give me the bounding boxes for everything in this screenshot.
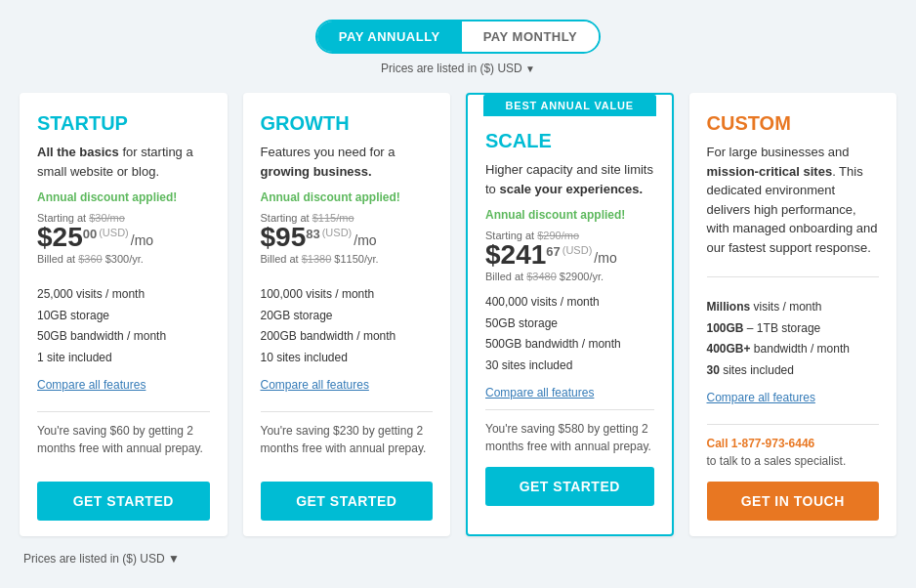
- feature-item: 10GB storage: [37, 306, 210, 327]
- compare-link-scale[interactable]: Compare all features: [485, 386, 654, 399]
- plan-card-scale: BEST ANNUAL VALUESCALEHigher capacity an…: [466, 93, 674, 536]
- price-row-scale: $24167(USD)/mo: [485, 241, 654, 269]
- price-row-startup: $2500(USD)/mo: [37, 224, 210, 251]
- feature-item: 20GB storage: [261, 306, 434, 327]
- plan-desc-startup: All the basics for starting a small webs…: [37, 143, 210, 181]
- savings-note-startup: You're saving $60 by getting 2 months fr…: [37, 422, 210, 457]
- pay-annually-button[interactable]: PAY ANNUALLY: [317, 21, 462, 52]
- plan-card-startup: STARTUPAll the basics for starting a sma…: [20, 93, 228, 536]
- feature-item: 25,000 visits / month: [37, 284, 210, 306]
- feature-item: 30 sites included: [485, 356, 654, 377]
- feature-item: 10 sites included: [261, 348, 434, 369]
- cta-button-scale[interactable]: GET STARTED: [485, 467, 654, 506]
- feature-item: 50GB bandwidth / month: [37, 326, 210, 348]
- feature-item: 1 site included: [37, 348, 210, 369]
- price-usd-scale: (USD): [562, 245, 593, 256]
- plan-name-scale: SCALE: [485, 130, 654, 152]
- compare-link-growth[interactable]: Compare all features: [261, 378, 434, 392]
- price-dollar-startup: $25: [37, 224, 83, 251]
- plan-name-custom: CUSTOM: [707, 112, 880, 135]
- plan-card-custom: CUSTOMFor large businesses and mission-c…: [689, 93, 897, 536]
- price-section-growth: Starting at $115/mo$9583(USD)/moBilled a…: [261, 212, 434, 265]
- billed-at-startup: Billed at $360 $300/yr.: [37, 253, 210, 265]
- features-list-startup: 25,000 visits / month10GB storage50GB ba…: [37, 284, 210, 368]
- plan-desc-scale: Higher capacity and site limits to scale…: [485, 160, 654, 198]
- price-mo-growth: /mo: [354, 233, 376, 247]
- cta-button-custom[interactable]: GET IN TOUCH: [707, 482, 880, 521]
- spec-item: Millions visits / month: [707, 297, 880, 318]
- price-mo-scale: /mo: [594, 251, 616, 265]
- price-section-startup: Starting at $30/mo$2500(USD)/moBilled at…: [37, 212, 210, 265]
- spec-item: 100GB – 1TB storage: [707, 318, 880, 340]
- compare-link-startup[interactable]: Compare all features: [37, 378, 210, 392]
- cta-button-growth[interactable]: GET STARTED: [261, 482, 434, 521]
- cta-button-startup[interactable]: GET STARTED: [37, 482, 210, 521]
- feature-item: 400,000 visits / month: [485, 292, 654, 314]
- bottom-chevron: ▼: [168, 552, 180, 566]
- savings-note-scale: You're saving $580 by getting 2 months f…: [485, 420, 654, 455]
- price-dollar-scale: $241: [485, 241, 546, 269]
- bottom-currency-note: Prices are listed in ($) USD ▼: [20, 552, 896, 566]
- feature-item: 50GB storage: [485, 314, 654, 335]
- features-list-scale: 400,000 visits / month50GB storage500GB …: [485, 292, 654, 376]
- currency-chevron-top: ▼: [525, 63, 535, 74]
- custom-specs: Millions visits / month100GB – 1TB stora…: [707, 297, 880, 381]
- plan-card-growth: GROWTHFeatures you need for a growing bu…: [243, 93, 451, 536]
- spec-item: 400GB+ bandwidth / month: [707, 339, 880, 360]
- billed-at-growth: Billed at $1380 $1150/yr.: [261, 253, 434, 265]
- custom-call: Call 1-877-973-6446to talk to a sales sp…: [707, 435, 880, 470]
- billed-at-scale: Billed at $3480 $2900/yr.: [485, 271, 654, 282]
- savings-note-growth: You're saving $230 by getting 2 months f…: [261, 422, 434, 457]
- price-dollar-growth: $95: [261, 224, 307, 251]
- billing-toggle-section: PAY ANNUALLY PAY MONTHLY Prices are list…: [20, 20, 896, 75]
- feature-item: 100,000 visits / month: [261, 284, 434, 306]
- features-list-growth: 100,000 visits / month20GB storage200GB …: [261, 284, 434, 368]
- compare-link-custom[interactable]: Compare all features: [707, 391, 880, 404]
- price-usd-startup: (USD): [99, 228, 129, 238]
- plan-name-growth: GROWTH: [261, 112, 434, 135]
- plan-desc-growth: Features you need for a growing business…: [261, 143, 434, 181]
- price-cents-startup: 00: [83, 228, 97, 240]
- spec-item: 30 sites included: [707, 360, 880, 382]
- currency-note-top: Prices are listed in ($) USD ▼: [381, 62, 535, 75]
- price-section-scale: Starting at $290/mo$24167(USD)/moBilled …: [485, 230, 654, 282]
- annual-discount-growth: Annual discount applied!: [261, 190, 434, 204]
- annual-discount-scale: Annual discount applied!: [485, 208, 654, 222]
- billing-toggle[interactable]: PAY ANNUALLY PAY MONTHLY: [315, 20, 601, 54]
- feature-item: 500GB bandwidth / month: [485, 334, 654, 356]
- price-cents-scale: 67: [546, 245, 560, 258]
- price-row-growth: $9583(USD)/mo: [261, 224, 434, 251]
- price-cents-growth: 83: [306, 228, 319, 240]
- plan-desc-custom: For large businesses and mission-critica…: [707, 143, 880, 257]
- plan-name-startup: STARTUP: [37, 112, 210, 135]
- pay-monthly-button[interactable]: PAY MONTHLY: [462, 21, 600, 52]
- best-value-banner: BEST ANNUAL VALUE: [483, 95, 656, 116]
- feature-item: 200GB bandwidth / month: [261, 326, 434, 348]
- price-usd-growth: (USD): [322, 228, 353, 238]
- price-mo-startup: /mo: [131, 233, 153, 247]
- plans-grid: STARTUPAll the basics for starting a sma…: [20, 93, 896, 536]
- phone-link[interactable]: Call 1-877-973-6446: [707, 437, 815, 450]
- annual-discount-startup: Annual discount applied!: [37, 190, 210, 204]
